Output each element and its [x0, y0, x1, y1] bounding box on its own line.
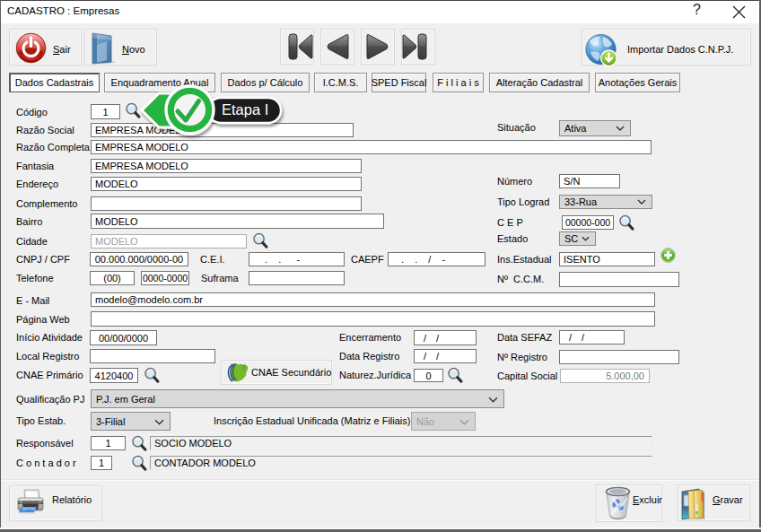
svg-text:Etapa I: Etapa I — [222, 101, 268, 118]
